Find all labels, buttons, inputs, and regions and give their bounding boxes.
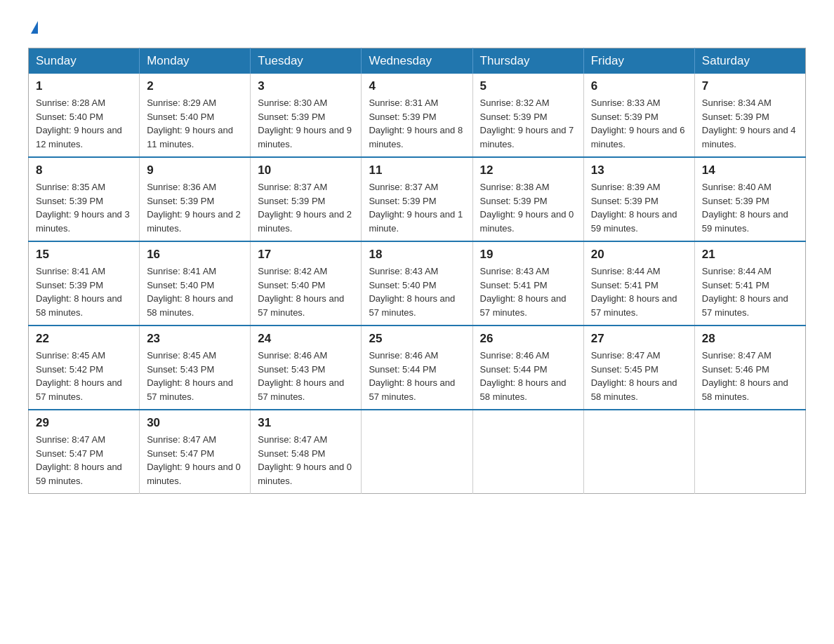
weekday-header-saturday: Saturday <box>694 48 805 74</box>
calendar-cell: 20 Sunrise: 8:44 AM Sunset: 5:41 PM Dayl… <box>583 241 694 326</box>
day-number: 8 <box>36 163 132 177</box>
calendar-cell: 27 Sunrise: 8:47 AM Sunset: 5:45 PM Dayl… <box>583 326 694 410</box>
day-number: 6 <box>591 79 687 93</box>
day-number: 14 <box>702 163 798 177</box>
day-number: 22 <box>36 332 132 346</box>
calendar-cell: 12 Sunrise: 8:38 AM Sunset: 5:39 PM Dayl… <box>472 157 583 241</box>
day-number: 21 <box>702 248 798 262</box>
day-info: Sunrise: 8:42 AM Sunset: 5:40 PM Dayligh… <box>258 264 354 319</box>
day-info: Sunrise: 8:35 AM Sunset: 5:39 PM Dayligh… <box>36 180 132 235</box>
calendar-cell: 23 Sunrise: 8:45 AM Sunset: 5:43 PM Dayl… <box>140 326 251 410</box>
weekday-header-row: SundayMondayTuesdayWednesdayThursdayFrid… <box>29 48 806 74</box>
day-number: 5 <box>480 79 576 93</box>
calendar-body: 1 Sunrise: 8:28 AM Sunset: 5:40 PM Dayli… <box>29 74 806 494</box>
calendar-cell: 8 Sunrise: 8:35 AM Sunset: 5:39 PM Dayli… <box>29 157 140 241</box>
day-info: Sunrise: 8:29 AM Sunset: 5:40 PM Dayligh… <box>147 96 243 151</box>
calendar-cell: 1 Sunrise: 8:28 AM Sunset: 5:40 PM Dayli… <box>29 74 140 157</box>
day-number: 7 <box>702 79 798 93</box>
day-number: 31 <box>258 416 354 430</box>
day-number: 1 <box>36 79 132 93</box>
calendar-cell: 31 Sunrise: 8:47 AM Sunset: 5:48 PM Dayl… <box>251 410 362 494</box>
page-header <box>28 21 806 34</box>
calendar-cell: 29 Sunrise: 8:47 AM Sunset: 5:47 PM Dayl… <box>29 410 140 494</box>
calendar-cell: 3 Sunrise: 8:30 AM Sunset: 5:39 PM Dayli… <box>251 74 362 157</box>
calendar-cell: 4 Sunrise: 8:31 AM Sunset: 5:39 PM Dayli… <box>362 74 472 157</box>
calendar-cell: 11 Sunrise: 8:37 AM Sunset: 5:39 PM Dayl… <box>362 157 472 241</box>
calendar-week-row: 15 Sunrise: 8:41 AM Sunset: 5:39 PM Dayl… <box>29 241 806 326</box>
calendar-cell: 7 Sunrise: 8:34 AM Sunset: 5:39 PM Dayli… <box>694 74 805 157</box>
calendar-cell: 14 Sunrise: 8:40 AM Sunset: 5:39 PM Dayl… <box>694 157 805 241</box>
calendar-cell <box>362 410 472 494</box>
day-number: 26 <box>480 332 576 346</box>
calendar-cell: 10 Sunrise: 8:37 AM Sunset: 5:39 PM Dayl… <box>251 157 362 241</box>
day-info: Sunrise: 8:39 AM Sunset: 5:39 PM Dayligh… <box>591 180 687 235</box>
logo <box>28 21 38 34</box>
day-info: Sunrise: 8:46 AM Sunset: 5:43 PM Dayligh… <box>258 349 354 403</box>
day-info: Sunrise: 8:40 AM Sunset: 5:39 PM Dayligh… <box>702 180 798 235</box>
calendar-cell: 19 Sunrise: 8:43 AM Sunset: 5:41 PM Dayl… <box>472 241 583 326</box>
day-number: 18 <box>369 248 465 262</box>
day-number: 28 <box>702 332 798 346</box>
day-number: 23 <box>147 332 243 346</box>
day-info: Sunrise: 8:46 AM Sunset: 5:44 PM Dayligh… <box>369 349 465 403</box>
day-info: Sunrise: 8:33 AM Sunset: 5:39 PM Dayligh… <box>591 96 687 151</box>
day-info: Sunrise: 8:36 AM Sunset: 5:39 PM Dayligh… <box>147 180 243 235</box>
day-info: Sunrise: 8:28 AM Sunset: 5:40 PM Dayligh… <box>36 96 132 151</box>
day-number: 15 <box>36 248 132 262</box>
calendar-cell: 6 Sunrise: 8:33 AM Sunset: 5:39 PM Dayli… <box>583 74 694 157</box>
weekday-header-friday: Friday <box>583 48 694 74</box>
day-info: Sunrise: 8:31 AM Sunset: 5:39 PM Dayligh… <box>369 96 465 151</box>
day-number: 17 <box>258 248 354 262</box>
calendar-cell: 16 Sunrise: 8:41 AM Sunset: 5:40 PM Dayl… <box>140 241 251 326</box>
day-number: 29 <box>36 416 132 430</box>
day-number: 9 <box>147 163 243 177</box>
day-number: 10 <box>258 163 354 177</box>
day-info: Sunrise: 8:44 AM Sunset: 5:41 PM Dayligh… <box>702 264 798 319</box>
day-info: Sunrise: 8:44 AM Sunset: 5:41 PM Dayligh… <box>591 264 687 319</box>
calendar-cell: 2 Sunrise: 8:29 AM Sunset: 5:40 PM Dayli… <box>140 74 251 157</box>
calendar-cell: 28 Sunrise: 8:47 AM Sunset: 5:46 PM Dayl… <box>694 326 805 410</box>
weekday-header-tuesday: Tuesday <box>251 48 362 74</box>
day-info: Sunrise: 8:47 AM Sunset: 5:46 PM Dayligh… <box>702 349 798 403</box>
calendar-cell: 25 Sunrise: 8:46 AM Sunset: 5:44 PM Dayl… <box>362 326 472 410</box>
day-info: Sunrise: 8:43 AM Sunset: 5:41 PM Dayligh… <box>480 264 576 319</box>
day-info: Sunrise: 8:37 AM Sunset: 5:39 PM Dayligh… <box>369 180 465 235</box>
day-info: Sunrise: 8:30 AM Sunset: 5:39 PM Dayligh… <box>258 96 354 151</box>
day-info: Sunrise: 8:32 AM Sunset: 5:39 PM Dayligh… <box>480 96 576 151</box>
calendar-cell <box>472 410 583 494</box>
day-number: 20 <box>591 248 687 262</box>
weekday-header-thursday: Thursday <box>472 48 583 74</box>
calendar-cell: 18 Sunrise: 8:43 AM Sunset: 5:40 PM Dayl… <box>362 241 472 326</box>
day-info: Sunrise: 8:47 AM Sunset: 5:47 PM Dayligh… <box>147 433 243 488</box>
day-info: Sunrise: 8:43 AM Sunset: 5:40 PM Dayligh… <box>369 264 465 319</box>
weekday-header-monday: Monday <box>140 48 251 74</box>
calendar-cell: 5 Sunrise: 8:32 AM Sunset: 5:39 PM Dayli… <box>472 74 583 157</box>
calendar-cell: 15 Sunrise: 8:41 AM Sunset: 5:39 PM Dayl… <box>29 241 140 326</box>
calendar-header: SundayMondayTuesdayWednesdayThursdayFrid… <box>29 48 806 74</box>
calendar-cell: 17 Sunrise: 8:42 AM Sunset: 5:40 PM Dayl… <box>251 241 362 326</box>
calendar-week-row: 1 Sunrise: 8:28 AM Sunset: 5:40 PM Dayli… <box>29 74 806 157</box>
day-info: Sunrise: 8:47 AM Sunset: 5:45 PM Dayligh… <box>591 349 687 403</box>
calendar-cell: 30 Sunrise: 8:47 AM Sunset: 5:47 PM Dayl… <box>140 410 251 494</box>
day-number: 11 <box>369 163 465 177</box>
day-number: 4 <box>369 79 465 93</box>
weekday-header-wednesday: Wednesday <box>362 48 472 74</box>
day-number: 12 <box>480 163 576 177</box>
calendar-cell <box>694 410 805 494</box>
day-number: 19 <box>480 248 576 262</box>
day-info: Sunrise: 8:41 AM Sunset: 5:40 PM Dayligh… <box>147 264 243 319</box>
day-number: 27 <box>591 332 687 346</box>
calendar-cell: 9 Sunrise: 8:36 AM Sunset: 5:39 PM Dayli… <box>140 157 251 241</box>
day-number: 16 <box>147 248 243 262</box>
logo-triangle-icon <box>31 21 38 34</box>
day-number: 2 <box>147 79 243 93</box>
day-info: Sunrise: 8:47 AM Sunset: 5:48 PM Dayligh… <box>258 433 354 488</box>
day-number: 30 <box>147 416 243 430</box>
day-info: Sunrise: 8:45 AM Sunset: 5:42 PM Dayligh… <box>36 349 132 403</box>
weekday-header-sunday: Sunday <box>29 48 140 74</box>
calendar-cell: 26 Sunrise: 8:46 AM Sunset: 5:44 PM Dayl… <box>472 326 583 410</box>
day-info: Sunrise: 8:34 AM Sunset: 5:39 PM Dayligh… <box>702 96 798 151</box>
day-info: Sunrise: 8:47 AM Sunset: 5:47 PM Dayligh… <box>36 433 132 488</box>
day-number: 25 <box>369 332 465 346</box>
day-number: 3 <box>258 79 354 93</box>
